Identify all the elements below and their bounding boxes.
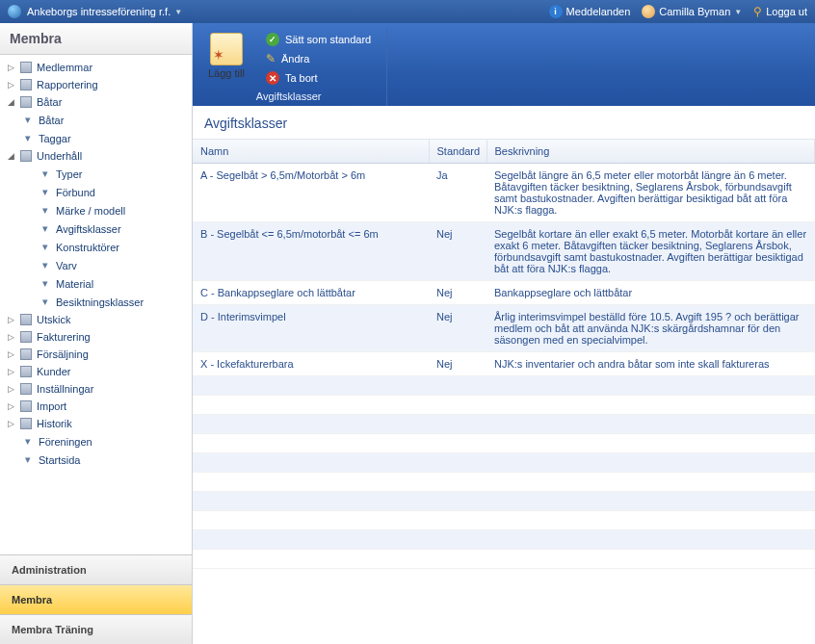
nav-batar-sub[interactable]: ▾Båtar xyxy=(0,111,192,129)
expand-icon: ▷ xyxy=(6,349,15,359)
book-icon xyxy=(19,79,33,90)
table-row-empty xyxy=(193,434,815,453)
expand-icon: ▷ xyxy=(6,367,15,376)
delete-icon: ✕ xyxy=(266,71,279,85)
filter-icon: ▾ xyxy=(21,435,35,448)
nav-taggar[interactable]: ▾Taggar xyxy=(0,129,192,147)
grid-header-row: Namn Standard Beskrivning xyxy=(193,140,815,164)
cell-name: X - Ickefakturerbara xyxy=(193,352,429,376)
table-row-empty xyxy=(193,473,815,492)
panel-membra[interactable]: Membra xyxy=(0,584,192,614)
filter-icon: ▾ xyxy=(21,114,35,126)
nav-rapportering[interactable]: ▷Rapportering xyxy=(0,76,192,93)
user-menu[interactable]: Camilla Byman ▼ xyxy=(642,5,742,18)
nav-fakturering[interactable]: ▷Fakturering xyxy=(0,328,192,346)
col-name[interactable]: Namn xyxy=(193,140,429,164)
table-row[interactable]: C - Bankappseglare och lättbåtarNejBanka… xyxy=(193,281,815,305)
nav-varv[interactable]: ▾Varv xyxy=(0,256,192,274)
user-icon xyxy=(642,5,655,18)
nav-marke[interactable]: ▾Märke / modell xyxy=(0,201,192,219)
table-row-empty xyxy=(193,396,815,415)
user-name: Camilla Byman xyxy=(659,6,730,17)
cell-name: C - Bankappseglare och lättbåtar xyxy=(193,281,429,305)
col-standard[interactable]: Standard xyxy=(429,140,486,164)
expand-icon: ▷ xyxy=(6,332,15,342)
cell-description: Bankappseglare och lättbåtar xyxy=(486,281,815,305)
nav-besiktningsklasser[interactable]: ▾Besiktningsklasser xyxy=(0,293,192,311)
table-row[interactable]: A - Segelbåt > 6,5m/Motorbåt > 6mJaSegel… xyxy=(193,164,815,222)
filter-icon: ▾ xyxy=(39,241,52,253)
table-row[interactable]: D - InterimsvimpelNejÅrlig interimsvimpe… xyxy=(193,305,815,352)
book-icon xyxy=(19,96,33,108)
nav-avgiftsklasser[interactable]: ▾Avgiftsklasser xyxy=(0,219,192,238)
table-row-empty xyxy=(193,530,815,550)
collapse-icon: ◢ xyxy=(6,151,15,161)
cell-description: NJK:s inventarier och andra båtar som in… xyxy=(486,352,815,376)
nav-konstruktorer[interactable]: ▾Konstruktörer xyxy=(0,238,192,256)
expand-icon: ▷ xyxy=(6,315,15,324)
book-icon xyxy=(19,366,33,377)
sidebar-title: Membra xyxy=(0,23,192,55)
nav-kunder[interactable]: ▷Kunder xyxy=(0,363,192,380)
nav-tree: ▷Medlemmar ▷Rapportering ◢Båtar ▾Båtar ▾… xyxy=(0,55,192,554)
table-row[interactable]: X - IckefakturerbaraNejNJK:s inventarier… xyxy=(193,352,815,376)
add-button[interactable]: ✶ Lägg till xyxy=(200,29,252,87)
cell-name: B - Segelbåt <= 6,5m/motorbåt <= 6m xyxy=(193,222,429,281)
filter-icon: ▾ xyxy=(21,132,35,144)
filter-icon: ▾ xyxy=(39,222,52,235)
messages-label: Meddelanden xyxy=(566,6,631,17)
cell-description: Årlig interimsvimpel beställd före 10.5.… xyxy=(486,305,815,352)
chevron-down-icon: ▼ xyxy=(174,8,182,16)
filter-icon: ▾ xyxy=(39,259,52,271)
cell-standard: Nej xyxy=(429,281,486,305)
edit-label: Ändra xyxy=(281,53,309,64)
nav-forbund[interactable]: ▾Förbund xyxy=(0,183,192,201)
ribbon: ✶ Lägg till ✓ Sätt som standard ✎ Ändra xyxy=(193,23,815,106)
cell-description: Segelbåt längre än 6,5 meter eller motor… xyxy=(486,164,815,222)
nav-foreningen[interactable]: ▾Föreningen xyxy=(0,432,192,451)
chevron-down-icon: ▼ xyxy=(734,8,742,16)
cell-description: Segelbåt kortare än eller exakt 6,5 mete… xyxy=(486,222,815,281)
table-row[interactable]: B - Segelbåt <= 6,5m/motorbåt <= 6mNejSe… xyxy=(193,222,815,281)
nav-import[interactable]: ▷Import xyxy=(0,398,192,415)
delete-button[interactable]: ✕ Ta bort xyxy=(260,69,377,87)
add-label: Lägg till xyxy=(208,67,245,79)
top-bar: Ankeborgs intresseförening r.f. ▼ i Medd… xyxy=(0,0,815,23)
edit-button[interactable]: ✎ Ändra xyxy=(260,50,377,67)
logout-link[interactable]: ⚲ Logga ut xyxy=(753,5,807,18)
messages-link[interactable]: i Meddelanden xyxy=(549,5,631,18)
nav-utskick[interactable]: ▷Utskick xyxy=(0,311,192,328)
logout-label: Logga ut xyxy=(766,6,807,17)
add-document-icon: ✶ xyxy=(210,33,243,65)
col-description[interactable]: Beskrivning xyxy=(486,140,815,164)
org-icon xyxy=(8,5,21,18)
book-icon xyxy=(19,418,33,429)
nav-typer[interactable]: ▾Typer xyxy=(0,165,192,183)
nav-historik[interactable]: ▷Historik xyxy=(0,415,192,432)
book-icon xyxy=(19,383,33,395)
book-icon xyxy=(19,348,33,360)
table-row-empty xyxy=(193,376,815,396)
cell-standard: Nej xyxy=(429,222,486,281)
set-default-button[interactable]: ✓ Sätt som standard xyxy=(260,31,377,48)
book-icon xyxy=(19,331,33,343)
nav-medlemmar[interactable]: ▷Medlemmar xyxy=(0,59,192,76)
org-dropdown[interactable]: Ankeborgs intresseförening r.f. ▼ xyxy=(27,6,182,17)
nav-batar[interactable]: ◢Båtar xyxy=(0,93,192,111)
cell-name: D - Interimsvimpel xyxy=(193,305,429,352)
nav-underhall[interactable]: ◢Underhåll xyxy=(0,147,192,165)
info-icon: i xyxy=(549,5,563,18)
nav-material[interactable]: ▾Material xyxy=(0,274,192,293)
panel-administration[interactable]: Administration xyxy=(0,554,192,584)
nav-startsida[interactable]: ▾Startsida xyxy=(0,451,192,469)
book-icon xyxy=(19,150,33,162)
nav-forsaljning[interactable]: ▷Försäljning xyxy=(0,346,192,363)
panel-membra-traning[interactable]: Membra Träning xyxy=(0,614,192,644)
cell-standard: Ja xyxy=(429,164,486,222)
cell-standard: Nej xyxy=(429,352,486,376)
expand-icon: ▷ xyxy=(6,63,15,72)
nav-installningar[interactable]: ▷Inställningar xyxy=(0,380,192,398)
sidebar: Membra ▷Medlemmar ▷Rapportering ◢Båtar ▾… xyxy=(0,23,193,644)
table-row-empty xyxy=(193,415,815,434)
filter-icon: ▾ xyxy=(21,453,35,466)
